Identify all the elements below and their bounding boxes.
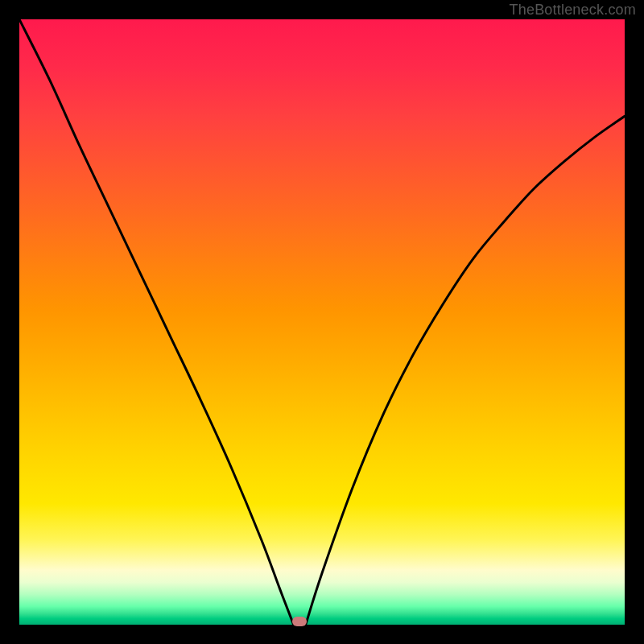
curve-right-branch: [306, 116, 625, 625]
curve-svg: [19, 19, 625, 625]
plot-area: [19, 19, 625, 625]
minimum-marker: [292, 617, 307, 626]
watermark-text: TheBottleneck.com: [510, 2, 636, 19]
curve-left-branch: [19, 19, 294, 625]
chart-container: TheBottleneck.com: [0, 0, 644, 644]
